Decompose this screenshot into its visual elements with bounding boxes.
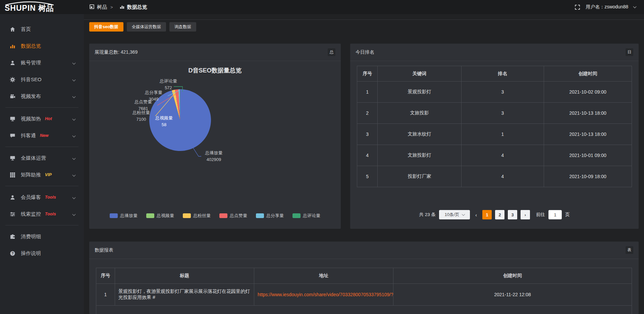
data-report-panel: 数据报表 表 序号 标题 地址 创建时间 1 景观投影灯，夜游景观投影灯厂家展示… bbox=[89, 242, 639, 314]
chevron-down-icon bbox=[72, 78, 76, 81]
page-button-2[interactable]: 2 bbox=[495, 210, 504, 219]
legend-item-videos[interactable]: 总视频量 bbox=[146, 213, 174, 219]
legend-swatch bbox=[110, 213, 118, 218]
chart-legend: 总播放量 总视频量 总粉丝量 总点赞量 总分享量 总评论量 bbox=[89, 213, 341, 219]
table-row: 1 景观投影灯 3 2021-10-02 09:00 bbox=[357, 82, 632, 103]
report-table: 序号 标题 地址 创建时间 1 景观投影灯，夜游景观投影灯厂家展示展示落花灯在花… bbox=[96, 268, 632, 314]
legend-item-comments[interactable]: 总评论量 bbox=[292, 213, 320, 219]
home-icon bbox=[9, 26, 15, 32]
goto-page-input[interactable] bbox=[548, 210, 562, 219]
table-toggle-button[interactable]: 表 bbox=[626, 246, 633, 254]
data-tabs: 抖音seo数据 全媒体运营数据 询盘数据 bbox=[89, 22, 639, 32]
monitor-icon bbox=[9, 155, 15, 161]
sidebar-item-label: 抖客通 bbox=[21, 133, 36, 139]
sidebar-item-account[interactable]: 账号管理 bbox=[0, 54, 84, 71]
chevron-down-icon bbox=[72, 95, 76, 98]
sidebar-item-consume-detail[interactable]: 消费明细 bbox=[0, 228, 84, 245]
chevron-down-icon bbox=[72, 212, 76, 216]
day-toggle-button[interactable]: 日 bbox=[626, 48, 633, 56]
table-row: 3 文旅水纹灯 1 2021-10-13 18:00 bbox=[357, 124, 632, 145]
sidebar-divider bbox=[5, 107, 78, 108]
grid-icon bbox=[9, 172, 15, 178]
tab-media-ops-data[interactable]: 全媒体运营数据 bbox=[127, 22, 166, 32]
gear-icon bbox=[9, 76, 15, 83]
question-circle-icon: ? bbox=[9, 250, 15, 256]
vip-badge: VIP bbox=[45, 172, 52, 177]
bar-chart-icon bbox=[9, 43, 15, 49]
chevron-down-icon bbox=[72, 156, 76, 160]
sidebar-item-data-overview[interactable]: 数据总览 bbox=[0, 38, 84, 54]
sidebar-divider bbox=[5, 186, 78, 186]
tools-badge: Tools bbox=[45, 195, 56, 200]
pie-chart-svg bbox=[89, 61, 341, 228]
sidebar-item-member[interactable]: 会员爆客 Tools bbox=[0, 189, 84, 206]
tab-douyin-seo-data[interactable]: 抖音seo数据 bbox=[89, 22, 123, 32]
page-size-select[interactable]: 10条/页 bbox=[439, 210, 470, 219]
table-row: 5 投影灯厂家 4 2021-10-09 18:00 bbox=[357, 166, 632, 187]
monitor-icon bbox=[9, 116, 15, 122]
rank-table: 序号 关键词 排名 创建时间 1 景观投影灯 3 2021-10-02 09:0… bbox=[357, 66, 632, 187]
sidebar-item-clue-monitor[interactable]: 线索监控 Tools bbox=[0, 206, 84, 222]
sidebar-item-label: 会员爆客 bbox=[21, 194, 41, 201]
total-toggle-button[interactable]: 总 bbox=[328, 48, 335, 56]
hot-badge: Hot bbox=[45, 116, 52, 121]
tab-inquiry-data[interactable]: 询盘数据 bbox=[169, 22, 196, 32]
sidebar-item-label: 首页 bbox=[21, 26, 31, 33]
sidebar-item-matrix-boost[interactable]: 矩阵助推 VIP bbox=[0, 166, 84, 183]
pie-label-plays: 总播放量402909 bbox=[198, 150, 230, 163]
sidebar-item-douyin-seo[interactable]: 抖音SEO bbox=[0, 71, 84, 88]
report-panel-title: 数据报表 bbox=[95, 247, 113, 253]
prev-page-button[interactable]: ‹ bbox=[473, 212, 479, 218]
sidebar-item-media-ops[interactable]: 全媒体运营 bbox=[0, 150, 84, 166]
pie-chart: D音SEO数据量总览 总评论量572 总分享量3049 bbox=[89, 61, 341, 228]
rank-panel-title: 今日排名 bbox=[356, 49, 374, 55]
legend-item-plays[interactable]: 总播放量 bbox=[110, 213, 138, 219]
chevron-down-icon[interactable] bbox=[633, 5, 637, 8]
table-row bbox=[96, 306, 632, 314]
legend-item-likes[interactable]: 总点赞量 bbox=[219, 213, 247, 219]
legend-item-fans[interactable]: 总粉丝量 bbox=[183, 213, 211, 219]
chevron-down-icon bbox=[72, 61, 76, 64]
sidebar-item-video-heat[interactable]: 视频加热 Hot bbox=[0, 110, 84, 127]
sidebar-divider bbox=[5, 225, 78, 225]
sidebar-item-doukertong[interactable]: 抖客通 New bbox=[0, 127, 84, 144]
legend-swatch bbox=[146, 213, 154, 218]
table-row: 4 文旅投影灯 4 2021-10-01 09:00 bbox=[357, 145, 632, 166]
sidebar-item-operation-guide[interactable]: ? 操作说明 bbox=[0, 245, 84, 262]
sidebar-item-label: 线索监控 bbox=[21, 211, 41, 217]
sidebar-item-home[interactable]: 首页 bbox=[0, 21, 84, 38]
pie-label-videos: 总视频量58 bbox=[151, 115, 177, 128]
legend-swatch bbox=[219, 213, 227, 218]
legend-swatch bbox=[292, 213, 301, 218]
sliders-icon bbox=[9, 211, 15, 217]
username[interactable]: 用户名：zswodun88 bbox=[586, 4, 628, 10]
sidebar-item-label: 账号管理 bbox=[21, 60, 41, 66]
breadcrumb-root[interactable]: 树品 bbox=[97, 4, 107, 10]
chevron-down-icon bbox=[72, 173, 76, 176]
page-button-3[interactable]: 3 bbox=[508, 210, 517, 219]
sidebar-item-video-publish[interactable]: 视频发布 bbox=[0, 88, 84, 105]
tools-badge: Tools bbox=[45, 212, 56, 216]
sidebar-item-label: 视频发布 bbox=[21, 93, 41, 100]
sidebar-item-label: 全媒体运营 bbox=[21, 155, 46, 161]
video-link[interactable]: https://www.iesdouyin.com/share/video/70… bbox=[254, 284, 393, 305]
legend-item-shares[interactable]: 总分享量 bbox=[256, 213, 284, 219]
app-logo[interactable]: SHUPIN 树品 bbox=[0, 1, 84, 13]
fullscreen-icon[interactable] bbox=[575, 4, 580, 10]
main-content: 抖音seo数据 全媒体运营数据 询盘数据 展现量总数: 421,369 总 D音… bbox=[84, 14, 644, 314]
legend-swatch bbox=[183, 213, 191, 218]
page-button-1[interactable]: 1 bbox=[482, 210, 492, 219]
table-row: 1 景观投影灯，夜游景观投影灯厂家展示展示落花灯在花园里的灯光投影应用效果 # … bbox=[96, 284, 632, 306]
pagination: 共 23 条 10条/页 ‹ 1 2 3 › 前往 页 bbox=[350, 210, 639, 219]
sidebar-item-label: 消费明细 bbox=[21, 233, 41, 240]
seo-overview-panel: 展现量总数: 421,369 总 D音SEO数据量总览 总评论量5 bbox=[89, 44, 341, 229]
table-row: 2 文旅投影 3 2021-10-13 18:00 bbox=[357, 103, 632, 124]
impressions-total: 展现量总数: 421,369 bbox=[95, 49, 138, 55]
next-page-button[interactable]: › bbox=[521, 210, 530, 219]
breadcrumb-current: 数据总览 bbox=[127, 4, 147, 10]
chevron-down-icon bbox=[72, 196, 76, 199]
sidebar-divider bbox=[5, 147, 78, 147]
wallet-icon bbox=[9, 233, 15, 240]
sidebar-item-label: 抖音SEO bbox=[21, 76, 42, 83]
user-icon bbox=[9, 194, 15, 200]
